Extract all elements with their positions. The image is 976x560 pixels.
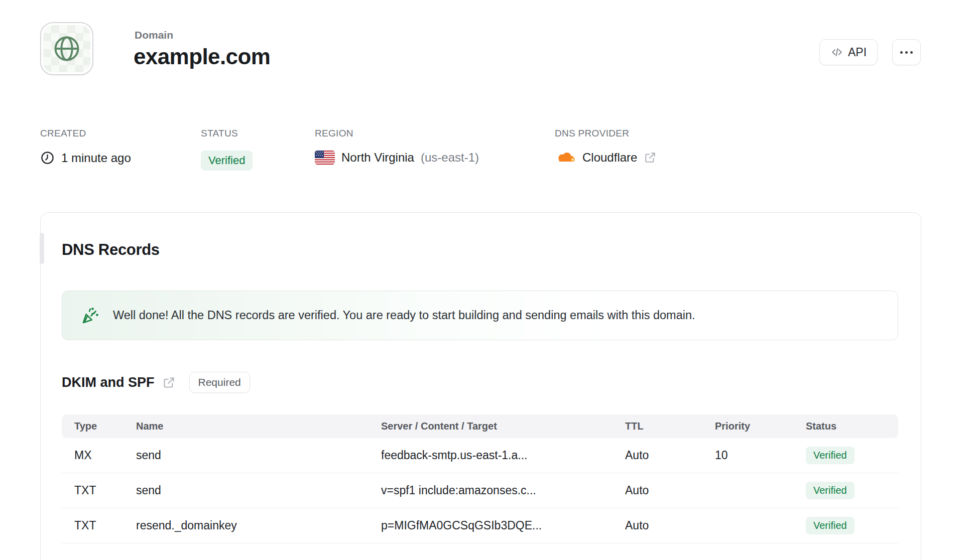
cell-content: feedback-smtp.us-east-1.a...	[381, 449, 625, 462]
cell-type: TXT	[74, 484, 136, 497]
col-header-ttl: TTL	[625, 421, 715, 432]
verified-badge: Verified	[806, 517, 855, 534]
created-value: 1 minute ago	[61, 151, 131, 165]
cell-type: MX	[74, 449, 136, 462]
required-badge: Required	[189, 372, 250, 393]
cell-ttl: Auto	[625, 449, 715, 462]
cell-ttl: Auto	[625, 484, 715, 497]
dkim-spf-section-head: DKIM and SPF Required	[62, 372, 250, 393]
cell-content: v=spf1 include:amazonses.c...	[381, 484, 625, 497]
meta-status: STATUS Verified	[201, 128, 253, 171]
page-title: example.com	[134, 44, 270, 69]
cell-type: TXT	[74, 519, 136, 532]
banner-text: Well done! All the DNS records are verif…	[113, 309, 695, 322]
meta-region: REGION North Vi	[315, 128, 479, 165]
cell-name: resend._domainkey	[136, 519, 381, 532]
created-label: CREATED	[40, 128, 131, 139]
col-header-priority: Priority	[715, 421, 806, 432]
avatar-checker-bg	[43, 25, 90, 72]
region-value: North Virginia	[341, 151, 414, 165]
col-header-status: Status	[806, 421, 886, 432]
more-button[interactable]	[892, 39, 921, 65]
table-row: TXT resend._domainkey p=MIGfMA0GCSqGSIb3…	[62, 508, 898, 543]
status-badge: Verified	[201, 151, 253, 171]
dkim-spf-title: DKIM and SPF	[62, 375, 155, 390]
section-indicator	[40, 233, 44, 264]
api-button[interactable]: API	[819, 39, 878, 65]
success-banner: Well done! All the DNS records are verif…	[62, 291, 898, 340]
external-link-icon[interactable]	[162, 376, 176, 389]
region-code: (us-east-1)	[421, 151, 479, 165]
col-header-type: Type	[74, 421, 136, 432]
table-row: TXT send v=spf1 include:amazonses.c... A…	[62, 473, 898, 508]
cell-content: p=MIGfMA0GCSqGSIb3DQE...	[381, 519, 625, 532]
verified-badge: Verified	[806, 447, 855, 464]
page-kicker: Domain	[135, 29, 173, 41]
table-header-row: Type Name Server / Content / Target TTL …	[62, 414, 898, 438]
col-header-name: Name	[136, 421, 381, 432]
ellipsis-icon	[900, 51, 913, 54]
code-icon	[830, 46, 843, 59]
cell-ttl: Auto	[625, 519, 715, 532]
cell-name: send	[136, 484, 381, 497]
cell-priority: 10	[715, 449, 806, 462]
api-button-label: API	[848, 46, 867, 59]
header-actions: API	[819, 39, 921, 65]
card-title: DNS Records	[62, 241, 160, 259]
dns-provider-label: DNS PROVIDER	[555, 128, 657, 139]
dns-records-table: Type Name Server / Content / Target TTL …	[62, 414, 898, 543]
col-header-content: Server / Content / Target	[381, 421, 625, 432]
dns-records-card: DNS Records Well done! All the DNS recor…	[40, 212, 921, 560]
verified-badge: Verified	[806, 482, 855, 499]
region-label: REGION	[315, 128, 479, 139]
party-popper-icon	[81, 306, 100, 325]
status-label: STATUS	[201, 128, 253, 139]
meta-dns-provider: DNS PROVIDER Cloudflare	[555, 128, 657, 165]
domain-avatar	[40, 22, 93, 75]
globe-icon	[52, 34, 81, 63]
meta-created: CREATED 1 minute ago	[40, 128, 131, 165]
dns-provider-value[interactable]: Cloudflare	[582, 151, 637, 165]
table-row: MX send feedback-smtp.us-east-1.a... Aut…	[62, 438, 898, 473]
cell-name: send	[136, 449, 381, 462]
clock-icon	[40, 151, 55, 165]
cloudflare-icon	[555, 151, 576, 164]
external-link-icon[interactable]	[644, 151, 657, 164]
us-flag-icon	[315, 151, 335, 165]
